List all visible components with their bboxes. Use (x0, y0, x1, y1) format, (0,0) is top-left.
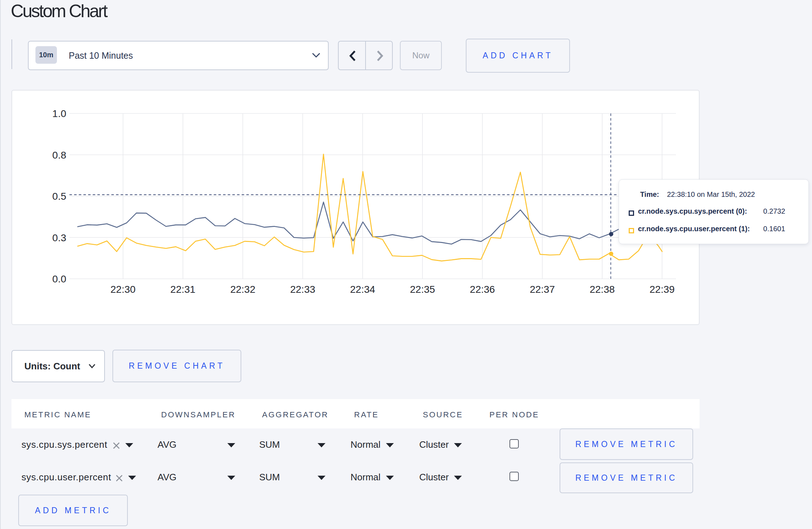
svg-text:0.0: 0.0 (52, 273, 66, 285)
svg-text:22:34: 22:34 (350, 284, 375, 295)
svg-text:22:37: 22:37 (530, 284, 555, 295)
svg-text:22:31: 22:31 (170, 284, 195, 295)
svg-text:1.0: 1.0 (52, 108, 66, 119)
svg-text:22:35: 22:35 (410, 284, 435, 295)
svg-text:22:39: 22:39 (649, 284, 675, 295)
svg-text:22:36: 22:36 (470, 284, 495, 295)
svg-text:0.5: 0.5 (52, 191, 66, 202)
svg-text:22:30: 22:30 (111, 284, 136, 295)
svg-text:0.8: 0.8 (52, 150, 66, 161)
svg-text:22:32: 22:32 (230, 284, 255, 295)
svg-text:22:33: 22:33 (290, 284, 315, 295)
svg-text:0.3: 0.3 (52, 232, 66, 243)
svg-text:22:38: 22:38 (590, 284, 615, 295)
